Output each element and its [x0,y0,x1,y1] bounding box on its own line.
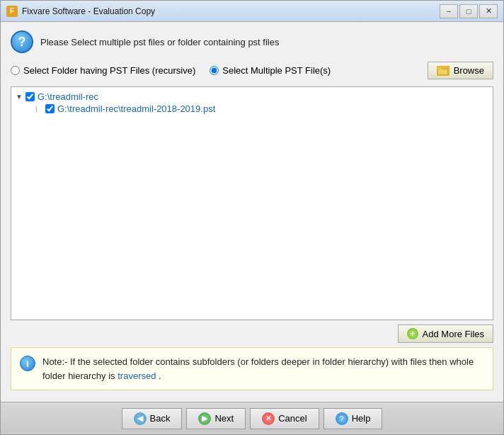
help-label: Help [352,413,371,424]
cancel-label: Cancel [278,413,307,424]
note-text: Note:- If the selected folder contains s… [42,355,484,383]
help-button[interactable]: ? Help [323,408,383,429]
tree-child-connector: ⌊ [35,105,42,113]
browse-folder-icon [437,66,449,76]
tree-child-label[interactable]: G:\treadmil-rec\treadmil-2018-2019.pst [57,103,215,114]
svg-rect-2 [438,69,447,74]
next-button[interactable]: ▶ Next [186,408,246,429]
multiple-radio[interactable] [210,66,219,75]
main-content: ? Please Select multiple pst files or fo… [1,22,503,402]
header-area: ? Please Select multiple pst files or fo… [11,30,493,53]
minimize-button[interactable]: − [440,4,458,18]
maximize-button[interactable]: □ [459,4,478,18]
tree-child-checkbox[interactable] [45,104,55,113]
next-label: Next [214,413,234,424]
app-icon: F [6,6,18,17]
note-traversed: traversed [118,371,156,381]
window-title: Fixvare Software - Evaluation Copy [22,6,440,16]
cancel-icon: ✕ [262,412,275,425]
options-row: Select Folder having PST Files (recursiv… [11,62,493,79]
next-icon: ▶ [198,412,211,425]
header-info-icon: ? [11,30,33,53]
folder-radio[interactable] [11,66,20,75]
svg-rect-1 [437,67,442,69]
footer: ◀ Back ▶ Next ✕ Cancel ? Help [1,402,503,434]
tree-expand-toggle[interactable]: ▼ [16,93,23,101]
add-more-files-button[interactable]: + Add More Files [398,324,493,343]
close-button[interactable]: ✕ [479,4,498,18]
add-more-icon: + [407,328,418,339]
note-text-after: . [159,371,161,381]
back-icon: ◀ [134,412,147,425]
browse-button[interactable]: Browse [428,62,493,79]
help-icon: ? [336,412,348,425]
tree-root-item: ▼ G:\treadmil-rec [16,91,488,102]
tree-child-item: ⌊ G:\treadmil-rec\treadmil-2018-2019.pst [35,103,488,114]
browse-label: Browse [454,65,484,76]
title-bar: F Fixvare Software - Evaluation Copy − □… [1,1,503,22]
back-button[interactable]: ◀ Back [122,408,183,429]
header-message: Please Select multiple pst files or fold… [40,37,279,47]
main-window: F Fixvare Software - Evaluation Copy − □… [0,0,504,435]
cancel-button[interactable]: ✕ Cancel [250,408,319,429]
note-info-icon: i [20,356,35,371]
file-tree-panel[interactable]: ▼ G:\treadmil-rec ⌊ G:\treadmil-rec\trea… [11,86,493,320]
back-label: Back [150,413,171,424]
tree-root-label[interactable]: G:\treadmil-rec [38,91,98,102]
add-more-label: Add More Files [423,329,484,339]
folder-radio-text: Select Folder having PST Files (recursiv… [23,65,195,76]
multiple-radio-label[interactable]: Select Multiple PST File(s) [210,65,331,76]
note-text-before: Note:- If the selected folder contains s… [42,356,474,381]
tree-root-checkbox[interactable] [25,92,35,101]
folder-radio-label[interactable]: Select Folder having PST Files (recursiv… [11,65,195,76]
add-more-row: + Add More Files [11,324,493,343]
window-controls: − □ ✕ [440,4,498,18]
multiple-radio-text: Select Multiple PST File(s) [222,65,331,76]
note-area: i Note:- If the selected folder contains… [11,347,493,390]
